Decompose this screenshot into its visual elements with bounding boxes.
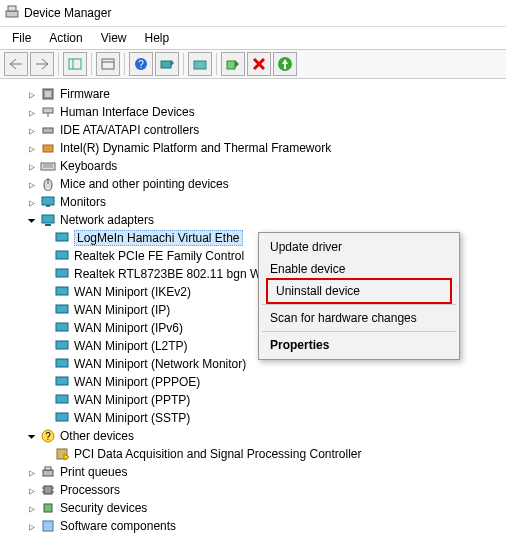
help-button[interactable]: ? [129, 52, 153, 76]
firmware-icon [40, 86, 56, 102]
context-enable-device[interactable]: Enable device [262, 258, 456, 280]
svg-rect-34 [56, 359, 68, 367]
security-icon [40, 500, 56, 516]
context-update-driver[interactable]: Update driver [262, 236, 456, 258]
svg-rect-8 [161, 61, 171, 68]
tree-label: WAN Miniport (SSTP) [74, 411, 190, 425]
menu-help[interactable]: Help [137, 29, 178, 47]
tree-item-print[interactable]: ▷ Print queues [4, 463, 502, 481]
tree-item-other[interactable]: ⏷ ? Other devices [4, 427, 502, 445]
tree-label: Realtek PCIe FE Family Control [74, 249, 244, 263]
tree-label: Processors [60, 483, 120, 497]
unknown-device-icon [54, 446, 70, 462]
tree-label: Network adapters [60, 213, 154, 227]
tree-label: Software components [60, 519, 176, 533]
svg-rect-25 [42, 215, 54, 223]
tree-label: WAN Miniport (PPTP) [74, 393, 190, 407]
uninstall-device-button[interactable] [247, 52, 271, 76]
expand-icon[interactable]: ▷ [26, 107, 38, 118]
svg-rect-35 [56, 377, 68, 385]
svg-rect-28 [56, 251, 68, 259]
expand-icon[interactable]: ▷ [26, 125, 38, 136]
tree-label: Keyboards [60, 159, 117, 173]
expand-icon[interactable]: ▷ [26, 503, 38, 514]
collapse-icon[interactable]: ⏷ [26, 215, 38, 226]
svg-rect-1 [8, 6, 16, 11]
tree-item-ide[interactable]: ▷ IDE ATA/ATAPI controllers [4, 121, 502, 139]
tree-label: Mice and other pointing devices [60, 177, 229, 191]
other-devices-icon: ? [40, 428, 56, 444]
expand-icon[interactable]: ▷ [26, 143, 38, 154]
expand-icon[interactable]: ▷ [26, 161, 38, 172]
scan-button[interactable] [155, 52, 179, 76]
window-title: Device Manager [24, 6, 111, 20]
network-adapter-icon [54, 320, 70, 336]
expand-icon[interactable]: ▷ [26, 89, 38, 100]
processor-icon [40, 482, 56, 498]
context-separator [262, 331, 456, 332]
tree-item-wan-pptp[interactable]: WAN Miniport (PPTP) [4, 391, 502, 409]
svg-rect-49 [44, 504, 52, 512]
tree-item-software[interactable]: ▷ Software components [4, 517, 502, 535]
menu-action[interactable]: Action [41, 29, 90, 47]
context-scan[interactable]: Scan for hardware changes [262, 307, 456, 329]
ide-icon [40, 122, 56, 138]
tree-item-security[interactable]: ▷ Security devices [4, 499, 502, 517]
menu-file[interactable]: File [4, 29, 39, 47]
add-legacy-button[interactable] [273, 52, 297, 76]
menubar: File Action View Help [0, 27, 506, 49]
network-icon [40, 212, 56, 228]
context-properties[interactable]: Properties [262, 334, 456, 356]
back-button[interactable] [4, 52, 28, 76]
properties-button[interactable] [96, 52, 120, 76]
update-driver-button[interactable] [188, 52, 212, 76]
collapse-icon[interactable]: ⏷ [26, 431, 38, 442]
tree-item-pci[interactable]: PCI Data Acquisition and Signal Processi… [4, 445, 502, 463]
svg-text:?: ? [138, 59, 144, 70]
svg-rect-10 [227, 61, 235, 69]
network-adapter-icon [54, 338, 70, 354]
printer-icon [40, 464, 56, 480]
tree-label: WAN Miniport (L2TP) [74, 339, 188, 353]
context-uninstall-device[interactable]: Uninstall device [266, 278, 452, 304]
expand-icon[interactable]: ▷ [26, 485, 38, 496]
titlebar: Device Manager [0, 0, 506, 27]
software-icon [40, 518, 56, 534]
tree-item-wan-pppoe[interactable]: WAN Miniport (PPPOE) [4, 373, 502, 391]
tree-label: PCI Data Acquisition and Signal Processi… [74, 447, 361, 461]
svg-rect-31 [56, 305, 68, 313]
tree-item-monitors[interactable]: ▷ Monitors [4, 193, 502, 211]
tree-item-firmware[interactable]: ▷ Firmware [4, 85, 502, 103]
svg-rect-30 [56, 287, 68, 295]
svg-text:?: ? [45, 431, 51, 442]
tree-label: Human Interface Devices [60, 105, 195, 119]
expand-icon[interactable]: ▷ [26, 521, 38, 532]
svg-rect-16 [43, 128, 53, 133]
menu-view[interactable]: View [93, 29, 135, 47]
expand-icon[interactable]: ▷ [26, 467, 38, 478]
tree-label: Other devices [60, 429, 134, 443]
network-adapter-icon [54, 266, 70, 282]
tree-item-wan-sstp[interactable]: WAN Miniport (SSTP) [4, 409, 502, 427]
svg-rect-23 [42, 197, 54, 205]
tree-item-hid[interactable]: ▷ Human Interface Devices [4, 103, 502, 121]
tree-item-mice[interactable]: ▷ Mice and other pointing devices [4, 175, 502, 193]
show-hide-tree-button[interactable] [63, 52, 87, 76]
forward-button[interactable] [30, 52, 54, 76]
tree-label: WAN Miniport (IPv6) [74, 321, 183, 335]
toolbar: ? [0, 49, 506, 79]
svg-rect-13 [45, 91, 51, 97]
network-adapter-icon [54, 374, 70, 390]
tree-label: Print queues [60, 465, 127, 479]
tree-label: WAN Miniport (IKEv2) [74, 285, 191, 299]
tree-item-proc[interactable]: ▷ Processors [4, 481, 502, 499]
tree-item-network[interactable]: ⏷ Network adapters [4, 211, 502, 229]
tree-item-keyboards[interactable]: ▷ Keyboards [4, 157, 502, 175]
context-menu: Update driver Enable device Uninstall de… [258, 232, 460, 360]
expand-icon[interactable]: ▷ [26, 179, 38, 190]
tree-label: LogMeIn Hamachi Virtual Ethe [74, 230, 243, 246]
tree-label: IDE ATA/ATAPI controllers [60, 123, 199, 137]
tree-item-intel[interactable]: ▷ Intel(R) Dynamic Platform and Thermal … [4, 139, 502, 157]
expand-icon[interactable]: ▷ [26, 197, 38, 208]
enable-device-button[interactable] [221, 52, 245, 76]
